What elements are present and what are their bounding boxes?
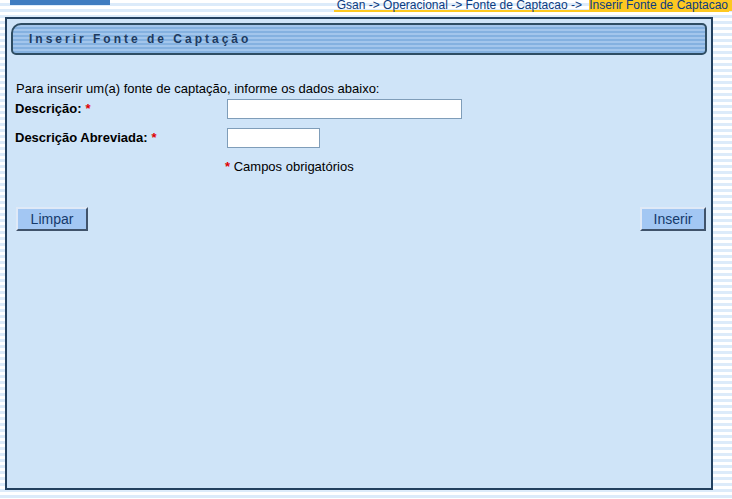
descricao-abreviada-label-text: Descrição Abreviada: [15, 130, 147, 145]
limpar-button[interactable]: Limpar [16, 207, 88, 231]
required-asterisk: * [85, 101, 90, 116]
descricao-abreviada-label: Descrição Abreviada:* [15, 130, 157, 145]
breadcrumb-path[interactable]: Gsan -> Operacional -> Fonte de Captacao… [337, 0, 582, 12]
breadcrumb-current: Inserir Fonte de Captacao [589, 0, 728, 12]
form-instructions: Para inserir um(a) fonte de captação, in… [16, 81, 379, 96]
panel-header: Inserir Fonte de Captação [11, 23, 707, 55]
inserir-button[interactable]: Inserir [640, 207, 706, 231]
page-title: Inserir Fonte de Captação [29, 32, 251, 46]
required-asterisk: * [151, 130, 156, 145]
required-fields-note: * Campos obrigatórios [225, 159, 354, 174]
required-asterisk: * [225, 159, 230, 174]
content-panel: Inserir Fonte de Captação Para inserir u… [5, 17, 713, 490]
descricao-input[interactable] [227, 99, 462, 119]
descricao-label-text: Descrição: [15, 101, 81, 116]
required-note-text: Campos obrigatórios [234, 159, 354, 174]
breadcrumb: Gsan -> Operacional -> Fonte de Captacao… [334, 0, 729, 12]
top-nav-fragment [10, 0, 110, 5]
descricao-abreviada-input[interactable] [227, 128, 320, 148]
descricao-label: Descrição:* [15, 101, 91, 116]
